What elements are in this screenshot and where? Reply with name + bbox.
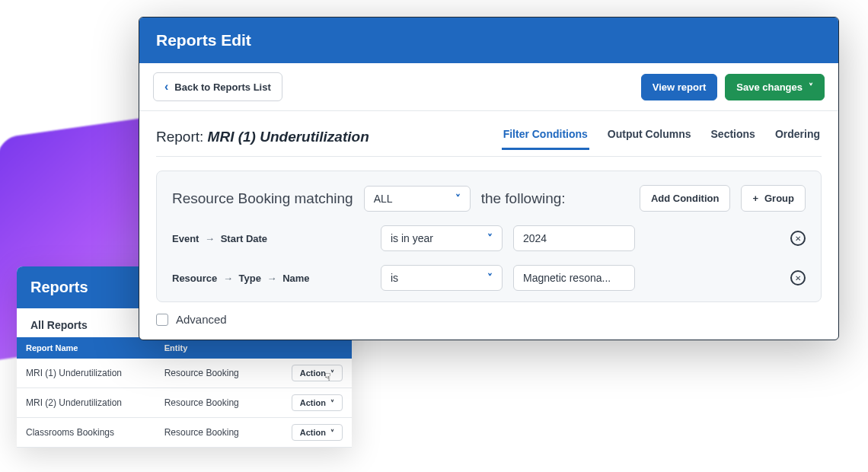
report-title: Report: MRI (1) Underutilization — [156, 129, 369, 145]
chevron-down-icon — [487, 232, 493, 244]
filter-conditions-panel: Resource Booking matching ALL the follow… — [156, 171, 822, 302]
table-row: MRI (2) Underutilization Resource Bookin… — [17, 388, 352, 418]
chevron-left-icon — [164, 80, 168, 94]
match-text-b: the following: — [481, 190, 566, 207]
path-part: Name — [282, 273, 309, 284]
advanced-row: Advanced — [139, 302, 838, 340]
report-title-row: Report: MRI (1) Underutilization Filter … — [139, 111, 838, 150]
chevron-down-icon: ˅ — [330, 369, 334, 378]
path-part: Resource — [172, 273, 217, 284]
remove-condition-button[interactable] — [790, 231, 806, 246]
action-label: Action — [300, 398, 326, 407]
action-label: Action — [300, 368, 326, 378]
tab-sections[interactable]: Sections — [710, 123, 757, 150]
condition-path: Event → Start Date — [172, 233, 370, 244]
cell-report-name[interactable]: MRI (1) Underutilization — [17, 359, 155, 388]
reports-table: Report Name Entity MRI (1) Underutilizat… — [17, 337, 352, 448]
cell-entity: Resource Booking — [155, 418, 268, 448]
condition-path: Resource → Type → Name — [172, 273, 370, 284]
table-row: Classrooms Bookings Resource Booking Act… — [17, 418, 352, 448]
column-header-name[interactable]: Report Name — [17, 337, 155, 359]
arrow-right-icon: → — [264, 273, 280, 284]
cursor-pointer-icon: ☟ — [324, 371, 331, 383]
chevron-down-icon: ˅ — [330, 429, 334, 437]
divider — [156, 156, 822, 157]
path-part: Event — [172, 233, 199, 244]
arrow-right-icon: → — [220, 273, 236, 284]
column-header-entity[interactable]: Entity — [155, 337, 268, 359]
row-action-button[interactable]: Action ˅ — [292, 365, 343, 381]
cell-entity: Resource Booking — [155, 359, 268, 388]
plus-icon — [752, 193, 758, 204]
row-action-button[interactable]: Action ˅ — [292, 394, 343, 411]
operator-value: is in year — [391, 232, 433, 244]
chevron-down-icon — [487, 272, 493, 284]
back-to-list-button[interactable]: Back to Reports List — [153, 72, 282, 101]
advanced-checkbox[interactable] — [156, 314, 168, 326]
reports-edit-panel: Reports Edit Back to Reports List View r… — [139, 17, 839, 340]
arrow-right-icon: → — [202, 233, 218, 244]
condition-row: Resource → Type → Name is Magnetic reson… — [172, 265, 806, 291]
page-title: Reports Edit — [139, 18, 838, 63]
match-text-a: Resource Booking matching — [172, 190, 353, 207]
tab-filter-conditions[interactable]: Filter Conditions — [502, 123, 589, 150]
group-label: Group — [764, 193, 794, 204]
toolbar-right: View report Save changes — [641, 74, 825, 100]
report-title-prefix: Report: — [156, 129, 203, 145]
row-action-button[interactable]: Action ˅ — [292, 424, 343, 441]
match-row: Resource Booking matching ALL the follow… — [172, 185, 806, 212]
chevron-down-icon — [809, 81, 813, 93]
report-name: MRI (1) Underutilization — [208, 129, 369, 145]
column-header-action — [268, 337, 353, 359]
match-mode-select[interactable]: ALL — [364, 186, 471, 212]
save-changes-label: Save changes — [736, 81, 803, 93]
operator-select[interactable]: is in year — [381, 225, 503, 251]
value-input[interactable]: 2024 — [513, 225, 635, 251]
condition-row: Event → Start Date is in year 2024 — [172, 225, 806, 251]
view-report-button[interactable]: View report — [641, 74, 718, 100]
tab-ordering[interactable]: Ordering — [774, 123, 822, 150]
action-label: Action — [300, 428, 326, 437]
path-part: Start Date — [221, 233, 267, 244]
toolbar: Back to Reports List View report Save ch… — [139, 63, 838, 111]
operator-select[interactable]: is — [381, 265, 503, 291]
tab-output-columns[interactable]: Output Columns — [606, 123, 693, 150]
operator-value: is — [391, 272, 398, 284]
cell-report-name[interactable]: MRI (2) Underutilization — [17, 388, 155, 418]
match-mode-value: ALL — [374, 193, 393, 205]
save-changes-button[interactable]: Save changes — [725, 74, 825, 100]
path-part: Type — [239, 273, 261, 284]
remove-condition-button[interactable] — [790, 270, 806, 285]
add-condition-button[interactable]: Add Condition — [640, 185, 731, 212]
table-row: MRI (1) Underutilization Resource Bookin… — [17, 359, 352, 388]
add-group-button[interactable]: Group — [741, 185, 806, 212]
tabs: Filter Conditions Output Columns Section… — [502, 123, 822, 150]
view-report-label: View report — [653, 81, 707, 93]
cell-report-name[interactable]: Classrooms Bookings — [17, 418, 155, 448]
advanced-label: Advanced — [176, 313, 227, 326]
back-link-label: Back to Reports List — [174, 81, 270, 93]
chevron-down-icon: ˅ — [330, 399, 334, 407]
chevron-down-icon — [455, 193, 461, 205]
cell-entity: Resource Booking — [155, 388, 268, 418]
value-input[interactable]: Magnetic resona... — [513, 265, 635, 291]
